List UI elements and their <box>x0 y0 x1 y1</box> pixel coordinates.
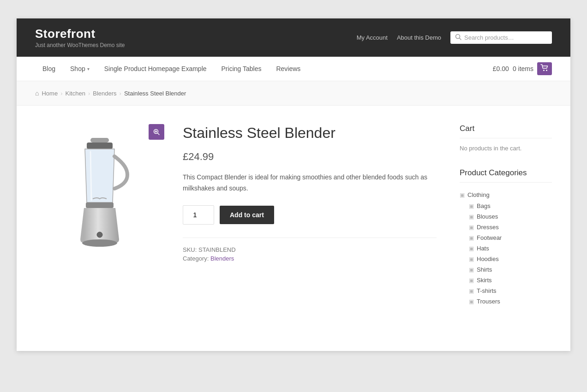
my-account-link[interactable]: My Account <box>357 34 388 41</box>
main-nav: Blog Shop ▾ Single Product Homepage Exam… <box>17 57 570 81</box>
subcategory-trousers-link[interactable]: Trousers <box>477 298 500 305</box>
product-image <box>35 124 164 272</box>
breadcrumb-sep-1: › <box>60 90 62 97</box>
folder-icon: ▣ <box>460 192 465 198</box>
cart-amount: £0.00 <box>493 65 509 72</box>
folder-icon: ▣ <box>469 267 474 273</box>
category-clothing-link[interactable]: Clothing <box>467 191 490 198</box>
nav-pricing-tables[interactable]: Pricing Tables <box>214 57 269 81</box>
sub-category-list: ▣ Bags ▣ Blouses ▣ Dresses ▣ <box>469 201 552 307</box>
breadcrumb-wrap: ⌂ Home › Kitchen › Blenders › Stainless … <box>17 81 570 106</box>
breadcrumb: ⌂ Home › Kitchen › Blenders › Stainless … <box>35 89 552 97</box>
breadcrumb-home[interactable]: Home <box>42 90 58 97</box>
list-item: ▣ Bags <box>469 201 552 211</box>
about-demo-link[interactable]: About this Demo <box>397 34 441 41</box>
svg-line-5 <box>158 133 160 135</box>
subcategory-tshirts-link[interactable]: T-shirts <box>477 287 497 294</box>
breadcrumb-sep-3: › <box>120 90 121 97</box>
product-price: £24.99 <box>183 151 437 163</box>
svg-point-3 <box>546 70 547 71</box>
cart-section: Cart No products in the cart. <box>460 124 552 152</box>
subcategory-dresses-link[interactable]: Dresses <box>477 224 499 231</box>
site-title: Storefront <box>35 27 125 41</box>
search-form <box>450 31 552 44</box>
product-image-col <box>35 124 164 272</box>
list-item: ▣ Blouses <box>469 211 552 222</box>
product-title: Stainless Steel Blender <box>183 124 437 142</box>
content-area: Stainless Steel Blender £24.99 This Comp… <box>17 106 570 351</box>
folder-icon: ▣ <box>469 277 474 284</box>
svg-point-2 <box>543 70 545 71</box>
nav-shop[interactable]: Shop ▾ <box>63 57 97 81</box>
cart-title: Cart <box>460 124 552 138</box>
product-category-link[interactable]: Blenders <box>210 255 234 262</box>
site-tagline: Just another WooThemes Demo site <box>35 42 125 48</box>
nav-reviews[interactable]: Reviews <box>269 57 308 81</box>
cart-items-count: 0 items <box>513 65 533 72</box>
quantity-input[interactable] <box>183 205 214 225</box>
folder-icon: ▣ <box>469 203 474 209</box>
site-branding: Storefront Just another WooThemes Demo s… <box>35 27 125 48</box>
list-item: ▣ Shirts <box>469 264 552 275</box>
subcategory-hoodies-link[interactable]: Hoodies <box>477 255 499 262</box>
svg-rect-10 <box>86 202 114 208</box>
list-item: ▣ Skirts <box>469 275 552 285</box>
cart-area: £0.00 0 items <box>493 62 552 75</box>
subcategory-shirts-link[interactable]: Shirts <box>477 266 492 273</box>
cart-icon[interactable] <box>537 62 552 75</box>
subcategory-blouses-link[interactable]: Blouses <box>477 213 498 220</box>
product-sku: SKU: STAINBLEND <box>183 246 437 253</box>
product-meta: SKU: STAINBLEND Category: Blenders <box>183 238 437 262</box>
cart-empty-message: No products in the cart. <box>460 145 552 152</box>
folder-icon: ▣ <box>469 224 474 231</box>
folder-icon: ▣ <box>469 235 474 241</box>
product-details-col: Stainless Steel Blender £24.99 This Comp… <box>183 124 437 264</box>
list-item: ▣ Trousers <box>469 296 552 307</box>
product-category: Category: Blenders <box>183 255 437 262</box>
subcategory-skirts-link[interactable]: Skirts <box>477 277 492 284</box>
list-item: ▣ Hats <box>469 243 552 254</box>
folder-icon: ▣ <box>469 256 474 262</box>
breadcrumb-current: Stainless Steel Blender <box>124 90 186 97</box>
home-icon: ⌂ <box>35 89 39 97</box>
top-bar-right: My Account About this Demo <box>357 31 552 44</box>
search-input[interactable] <box>464 34 547 41</box>
search-icon <box>455 34 461 42</box>
subcategory-footwear-link[interactable]: Footwear <box>477 234 502 241</box>
folder-icon: ▣ <box>469 214 474 220</box>
svg-point-12 <box>97 232 102 238</box>
breadcrumb-sep-2: › <box>88 90 90 97</box>
list-item: ▣ Footwear <box>469 232 552 243</box>
sidebar: Cart No products in the cart. Product Ca… <box>460 124 552 323</box>
nav-blog[interactable]: Blog <box>35 57 63 81</box>
top-bar: Storefront Just another WooThemes Demo s… <box>17 18 570 57</box>
main-content: Stainless Steel Blender £24.99 This Comp… <box>35 124 437 272</box>
zoom-button[interactable] <box>149 124 164 140</box>
breadcrumb-blenders[interactable]: Blenders <box>93 90 116 97</box>
list-item: ▣ T-shirts <box>469 285 552 296</box>
nav-single-product[interactable]: Single Product Homepage Example <box>97 57 214 81</box>
subcategory-bags-link[interactable]: Bags <box>477 202 491 209</box>
list-item: ▣ Dresses <box>469 222 552 232</box>
add-to-cart-row: Add to cart <box>183 205 437 225</box>
folder-icon: ▣ <box>469 288 474 294</box>
nav-links: Blog Shop ▾ Single Product Homepage Exam… <box>35 57 308 81</box>
folder-icon: ▣ <box>469 298 474 305</box>
categories-section: Product Categories ▣ Clothing ▣ Bags ▣ <box>460 168 552 307</box>
list-item: ▣ Hoodies <box>469 254 552 264</box>
category-clothing: ▣ Clothing <box>460 189 552 201</box>
subcategory-hats-link[interactable]: Hats <box>477 245 489 252</box>
add-to-cart-button[interactable]: Add to cart <box>220 206 274 224</box>
category-list: ▣ Clothing ▣ Bags ▣ Blouses ▣ <box>460 189 552 307</box>
svg-rect-9 <box>87 143 113 149</box>
categories-title: Product Categories <box>460 168 552 183</box>
svg-line-1 <box>460 38 461 40</box>
svg-point-11 <box>82 239 117 247</box>
blender-svg <box>54 129 146 267</box>
shop-dropdown-arrow: ▾ <box>87 66 90 71</box>
svg-rect-8 <box>90 138 109 143</box>
product-description: This Compact Blender is ideal for making… <box>183 172 437 194</box>
folder-icon: ▣ <box>469 245 474 252</box>
breadcrumb-kitchen[interactable]: Kitchen <box>66 90 85 97</box>
